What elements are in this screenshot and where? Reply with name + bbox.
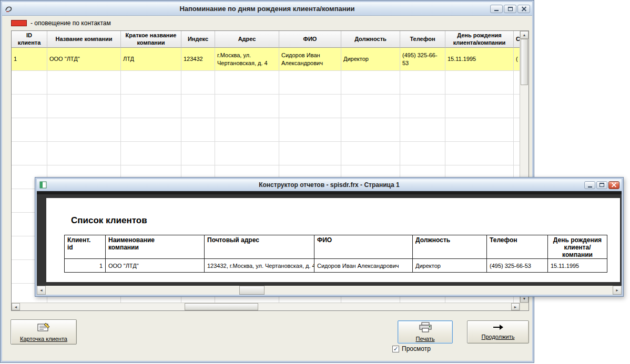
scroll-up-button[interactable]: ▲ xyxy=(520,31,529,39)
grid-cell xyxy=(47,95,121,118)
grid-cell xyxy=(514,142,520,165)
preview-label: Просмотр xyxy=(402,345,431,352)
report-maximize-button[interactable] xyxy=(596,181,607,189)
report-close-button[interactable] xyxy=(608,181,619,189)
column-header-index[interactable]: Индекс xyxy=(181,31,215,48)
vertical-scroll-thumb[interactable] xyxy=(521,39,528,85)
scroll-right-button[interactable]: ► xyxy=(511,303,520,310)
table-row-selected[interactable]: 1 ООО "ЛТД" ЛТД 123432 г.Москва, ул. Чер… xyxy=(12,48,520,71)
cell-position: Директор xyxy=(341,48,400,70)
horizontal-scroll-thumb[interactable] xyxy=(185,303,258,310)
grid-cell xyxy=(514,118,520,141)
report-cell-id: 1 xyxy=(65,259,106,272)
grid-cell xyxy=(47,71,121,94)
cell-fio: Сидоров Иван Александрович xyxy=(279,48,341,70)
grid-cell xyxy=(12,95,47,118)
report-col-phone: Телефон xyxy=(487,235,548,258)
grid-header-row: ID клиента Название компании Краткое наз… xyxy=(12,31,520,48)
legend: - оповещение по контактам xyxy=(11,19,111,27)
grid-cell xyxy=(279,118,341,141)
column-header-shortname[interactable]: Краткое название компании xyxy=(121,31,181,48)
grid-cell xyxy=(12,142,47,165)
preview-checkbox[interactable]: ✓ Просмотр xyxy=(392,345,431,352)
print-button[interactable]: Печать xyxy=(398,320,453,344)
grid-cell xyxy=(181,71,215,94)
main-titlebar[interactable]: Напоминание по дням рождения клиента/ком… xyxy=(2,2,532,16)
report-minimize-button[interactable] xyxy=(584,181,595,189)
horizontal-scroll-track[interactable] xyxy=(20,303,511,310)
report-scroll-thumb[interactable] xyxy=(239,286,265,295)
grid-cell xyxy=(400,71,445,94)
grid-cell xyxy=(514,95,520,118)
grid-cell xyxy=(215,142,279,165)
cell-partial: ( xyxy=(514,48,520,70)
grid-cell xyxy=(341,142,400,165)
grid-cell xyxy=(215,95,279,118)
grid-cell xyxy=(181,95,215,118)
grid-cell xyxy=(181,118,215,141)
client-card-icon xyxy=(37,322,50,334)
minimize-button[interactable] xyxy=(490,5,503,13)
column-header-fio[interactable]: ФИО xyxy=(279,31,341,48)
scroll-left-button[interactable]: ◄ xyxy=(12,303,20,310)
grid-cell xyxy=(514,71,520,94)
grid-cell xyxy=(121,71,181,94)
report-preview-area: Список клиентов Клиент. id Наименование … xyxy=(37,191,622,295)
report-window-controls xyxy=(584,181,619,189)
grid-cell xyxy=(215,71,279,94)
report-cell-birthday: 15.11.1995 xyxy=(548,259,607,272)
legend-color-swatch xyxy=(11,20,27,26)
report-cell-company: ООО "ЛТД" xyxy=(106,259,205,272)
report-page: Список клиентов Клиент. id Наименование … xyxy=(46,198,620,282)
table-row[interactable] xyxy=(12,95,520,118)
grid-cell xyxy=(445,118,514,141)
table-row[interactable] xyxy=(12,71,520,95)
print-label: Печать xyxy=(415,336,434,342)
report-scroll-track[interactable] xyxy=(46,286,613,295)
scrollbar-corner xyxy=(520,303,529,310)
grid-cell xyxy=(279,95,341,118)
report-col-birthday: День рождения клиента/ компании xyxy=(548,235,607,258)
client-card-label: Карточка клиента xyxy=(20,336,67,342)
column-header-position[interactable]: Должность xyxy=(341,31,400,48)
grid-cell xyxy=(121,118,181,141)
report-data-row: 1 ООО "ЛТД" 123432, г.Москва, ул. Чертан… xyxy=(65,259,607,272)
column-header-id[interactable]: ID клиента xyxy=(12,31,47,48)
grid-cell xyxy=(181,142,215,165)
report-col-address: Почтовый адрес xyxy=(205,235,314,258)
table-row[interactable] xyxy=(12,118,520,142)
minimize-icon xyxy=(588,186,592,188)
maximize-button[interactable] xyxy=(504,5,516,13)
column-header-address[interactable]: Адрес xyxy=(215,31,279,48)
column-header-partial[interactable]: С xyxy=(514,31,520,48)
continue-button[interactable]: Продолжить xyxy=(467,320,529,344)
report-horizontal-scrollbar[interactable]: ◄ ► xyxy=(37,286,622,295)
column-header-phone[interactable]: Телефон xyxy=(400,31,445,48)
report-cell-fio: Сидоров Иван Александрович xyxy=(314,259,413,272)
column-header-birthday[interactable]: День рождения клиента/компании xyxy=(445,31,514,48)
grid-cell xyxy=(445,71,514,94)
maximize-icon xyxy=(508,7,513,11)
report-header-row: Клиент. id Наименование компании Почтовы… xyxy=(65,235,607,259)
client-card-button[interactable]: Карточка клиента xyxy=(11,319,77,345)
grid-cell xyxy=(400,95,445,118)
report-col-fio: ФИО xyxy=(314,235,413,258)
column-header-company[interactable]: Название компании xyxy=(47,31,121,48)
grid-cell xyxy=(341,118,400,141)
close-icon xyxy=(611,182,617,188)
report-titlebar[interactable]: Конструктор отчетов - spisdr.frx - Стран… xyxy=(37,179,622,191)
cell-company: ООО "ЛТД" xyxy=(47,48,121,70)
report-window-title: Конструктор отчетов - spisdr.frx - Стран… xyxy=(37,181,622,189)
grid-cell xyxy=(341,95,400,118)
horizontal-scrollbar[interactable]: ◄ ► xyxy=(12,303,520,310)
report-scroll-left-button[interactable]: ◄ xyxy=(37,286,46,295)
report-title: Список клиентов xyxy=(71,215,147,226)
grid-cell xyxy=(121,95,181,118)
table-row[interactable] xyxy=(12,142,520,165)
grid-cell xyxy=(215,118,279,141)
close-button[interactable] xyxy=(517,5,530,13)
report-scroll-right-button[interactable]: ► xyxy=(613,286,622,295)
grid-cell xyxy=(47,142,121,165)
window-controls xyxy=(490,5,530,13)
main-window-title: Напоминание по дням рождения клиента/ком… xyxy=(2,5,532,13)
